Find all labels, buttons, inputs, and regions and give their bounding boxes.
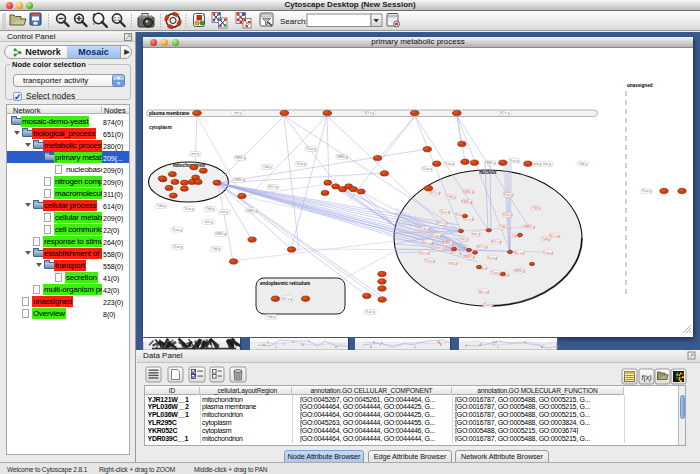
svg-text:nnn g: nnn g	[191, 152, 199, 156]
svg-text:YLxx g: YLxx g	[543, 251, 553, 255]
svg-text:YBR0 g: YBR0 g	[514, 269, 525, 273]
svg-text:Ydd g: Ydd g	[263, 165, 272, 169]
svg-text:nnn g: nnn g	[543, 162, 551, 166]
svg-text:YBR0 g: YBR0 g	[524, 225, 535, 229]
svg-text:nnn g: nnn g	[234, 111, 242, 115]
svg-text:GO x g: GO x g	[451, 251, 461, 255]
svg-text:YBR0 g: YBR0 g	[235, 156, 246, 160]
svg-text:YLxx g: YLxx g	[642, 189, 652, 193]
svg-text:Ydd g: Ydd g	[267, 315, 276, 319]
svg-text:unassigned: unassigned	[627, 83, 653, 88]
svg-text:GO x g: GO x g	[268, 185, 278, 189]
svg-text:YBR0 g: YBR0 g	[215, 232, 226, 236]
svg-text:Search:: Search:	[280, 17, 308, 26]
svg-text:YLxx g: YLxx g	[420, 227, 430, 231]
svg-text:GO x g: GO x g	[479, 290, 489, 294]
svg-text:Ydd g: Ydd g	[500, 225, 509, 229]
svg-text:GO x g: GO x g	[419, 251, 429, 255]
svg-text:GO x g: GO x g	[514, 251, 524, 255]
svg-text:YLxx g: YLxx g	[502, 213, 512, 217]
svg-text:Ydd g: Ydd g	[157, 204, 166, 208]
svg-text:nnn g: nnn g	[472, 232, 480, 236]
svg-text:YLxx g: YLxx g	[503, 193, 513, 197]
svg-text:cytoplasm: cytoplasm	[149, 125, 172, 130]
svg-text:GO x g: GO x g	[282, 297, 292, 301]
svg-text:plasma membrane: plasma membrane	[149, 111, 190, 116]
svg-text:YLxx g: YLxx g	[425, 259, 435, 263]
svg-text:YLxx g: YLxx g	[306, 147, 316, 151]
svg-text:YBR0 g: YBR0 g	[463, 190, 474, 194]
svg-text:1:1: 1:1	[114, 17, 121, 22]
svg-text:Ydd g: Ydd g	[579, 162, 588, 166]
svg-text:YLxx g: YLxx g	[483, 303, 493, 307]
svg-text:mitochondrion: mitochondrion	[173, 163, 205, 168]
svg-text:Ydd g: Ydd g	[447, 195, 456, 199]
svg-text:GO x g: GO x g	[499, 111, 509, 115]
svg-text:YLxx g: YLxx g	[296, 162, 306, 166]
svg-text:nnn g: nnn g	[220, 210, 228, 214]
svg-text:YLxx g: YLxx g	[487, 256, 497, 260]
svg-text:YBR0 g: YBR0 g	[246, 209, 257, 213]
svg-text:YLxx g: YLxx g	[422, 167, 432, 171]
svg-text:YLxx g: YLxx g	[173, 245, 183, 249]
svg-text:nnn g: nnn g	[205, 220, 213, 224]
svg-text:YLxx g: YLxx g	[509, 159, 519, 163]
svg-text:YLxx g: YLxx g	[184, 207, 194, 211]
svg-text:GO x g: GO x g	[437, 221, 447, 225]
svg-text:YBR0 g: YBR0 g	[461, 200, 472, 204]
svg-text:YLxx g: YLxx g	[432, 234, 442, 238]
svg-text:nnn g: nnn g	[533, 162, 541, 166]
svg-text:GO x g: GO x g	[364, 111, 374, 115]
svg-text:YLxx g: YLxx g	[444, 162, 454, 166]
svg-text:nnn g: nnn g	[460, 237, 468, 241]
svg-text:f(x): f(x)	[641, 374, 651, 382]
svg-text:GO x g: GO x g	[430, 191, 440, 195]
svg-text:YLxx g: YLxx g	[365, 310, 375, 314]
svg-text:Ydd g: Ydd g	[532, 206, 541, 210]
svg-text:GO x g: GO x g	[423, 241, 433, 245]
svg-text:YBR0 g: YBR0 g	[443, 241, 454, 245]
svg-text:YLxx g: YLxx g	[440, 210, 450, 214]
svg-text:YBR0 g: YBR0 g	[485, 161, 496, 165]
svg-text:GO x g: GO x g	[477, 245, 487, 249]
svg-text:YBR0 g: YBR0 g	[464, 255, 475, 259]
svg-text:YBR0 g: YBR0 g	[234, 178, 245, 182]
svg-text:Ydd g: Ydd g	[542, 237, 551, 241]
svg-text:Ydd g: Ydd g	[206, 207, 215, 211]
svg-text:YLxx g: YLxx g	[172, 228, 182, 232]
svg-text:endoplasmic reticulum: endoplasmic reticulum	[260, 281, 310, 286]
svg-text:Ydd g: Ydd g	[212, 247, 221, 251]
svg-text:YBR0 g: YBR0 g	[337, 155, 348, 159]
svg-text:nnn g: nnn g	[449, 261, 457, 265]
svg-text:nnn g: nnn g	[436, 246, 444, 250]
svg-text:GO x g: GO x g	[491, 240, 501, 244]
